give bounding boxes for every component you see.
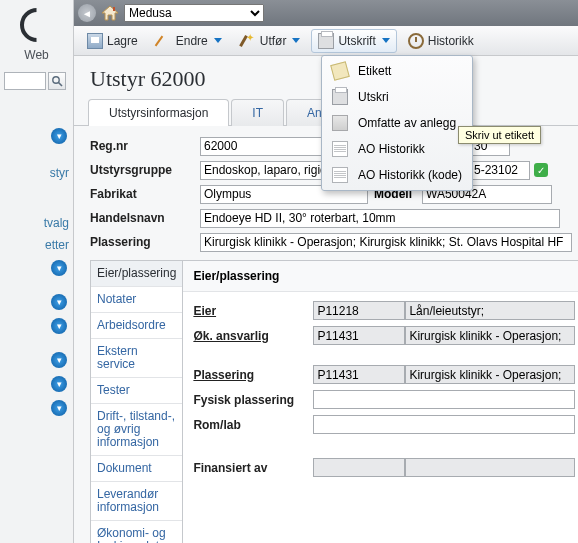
sidetab-tester[interactable]: Tester xyxy=(91,378,182,404)
input-fin-code[interactable] xyxy=(313,458,405,477)
label-finansiert: Finansiert av xyxy=(193,461,313,475)
sidebar-search xyxy=(0,70,73,92)
sidebar-search-input[interactable] xyxy=(4,72,46,90)
sidebar-cat-2[interactable]: ▾ xyxy=(0,290,73,314)
sidetab-leverandor[interactable]: Leverandør informasjon xyxy=(91,482,182,521)
sidebar-item-2[interactable]: etter xyxy=(0,234,73,256)
history-button[interactable]: Historikk xyxy=(401,29,481,53)
menu-item-utskrift[interactable]: Utskri xyxy=(324,84,470,110)
menu-item-aohist[interactable]: AO Historikk xyxy=(324,136,470,162)
chevron-down-icon: ▾ xyxy=(51,260,67,276)
input-eier-name[interactable] xyxy=(405,301,575,320)
sidebar-cat-4[interactable]: ▾ xyxy=(0,348,73,372)
input-navn[interactable] xyxy=(200,209,560,228)
chevron-down-icon xyxy=(382,38,390,43)
input-plass-name[interactable] xyxy=(405,365,575,384)
sub-pane: Eier/plassering Notater Arbeidsordre Eks… xyxy=(90,260,578,543)
edit-icon xyxy=(156,33,172,49)
sidebar-cat-5[interactable]: ▾ xyxy=(0,372,73,396)
app-brand: Web xyxy=(24,48,48,62)
sidebar-cat-1[interactable]: ▾ xyxy=(0,256,73,280)
sidebar-item-0[interactable]: styr xyxy=(0,148,73,182)
tab-utstyrsinfo[interactable]: Utstyrsinformasjon xyxy=(88,99,229,126)
owner-panel: Eier/plassering Eier Øk. ansvarlig Plass… xyxy=(182,260,578,543)
input-plass-code[interactable] xyxy=(313,365,405,384)
sidetab-dokument[interactable]: Dokument xyxy=(91,456,182,482)
owner-heading: Eier/plassering xyxy=(183,261,578,292)
sheet-icon xyxy=(332,167,348,183)
print-icon xyxy=(332,89,348,105)
site-select[interactable]: Medusa xyxy=(124,4,264,22)
print-menu: Etikett Utskri Omfatte av anlegg AO Hist… xyxy=(321,55,473,191)
chevron-down-icon: ▾ xyxy=(51,376,67,392)
sidebar-cat-3[interactable]: ▾ xyxy=(0,314,73,338)
tree-icon xyxy=(332,115,348,131)
label-gruppe: Utstyrsgruppe xyxy=(90,163,200,177)
save-button[interactable]: Lagre xyxy=(80,29,145,53)
svg-point-0 xyxy=(53,77,59,83)
input-fin-name[interactable] xyxy=(405,458,575,477)
menu-item-omfatte[interactable]: Omfatte av anlegg xyxy=(324,110,470,136)
label-plass: Plassering xyxy=(193,368,313,382)
sidebar-cat-0[interactable]: ▾ xyxy=(0,124,73,148)
side-tabs: Eier/plassering Notater Arbeidsordre Eks… xyxy=(90,260,182,543)
wand-icon xyxy=(240,33,256,49)
input-ok-name[interactable] xyxy=(405,326,575,345)
menu-item-aohist-kode[interactable]: AO Historikk (kode) xyxy=(324,162,470,188)
search-icon[interactable] xyxy=(48,72,66,90)
label-okansvarlig: Øk. ansvarlig xyxy=(193,329,313,343)
label-navn: Handelsnavn xyxy=(90,211,200,225)
sidetab-okonomi[interactable]: Økonomi- og Innkjøpsdata xyxy=(91,521,182,543)
input-eier-code[interactable] xyxy=(313,301,405,320)
tab-it[interactable]: IT xyxy=(231,99,284,126)
label-regnr: Reg.nr xyxy=(90,139,200,153)
chevron-down-icon xyxy=(214,38,222,43)
chevron-down-icon: ▾ xyxy=(51,352,67,368)
print-icon xyxy=(318,33,334,49)
sidetab-ekstern[interactable]: Ekstern service xyxy=(91,339,182,378)
sidetab-notater[interactable]: Notater xyxy=(91,287,182,313)
label-eier: Eier xyxy=(193,304,313,318)
svg-line-1 xyxy=(59,83,63,87)
label-plassering: Plassering xyxy=(90,235,200,249)
main-area: Lagre Endre Utfør Utskrift Historikk Uts… xyxy=(74,26,578,543)
label-fysisk: Fysisk plassering xyxy=(193,393,313,407)
sheet-icon xyxy=(332,141,348,157)
input-ok-code[interactable] xyxy=(313,326,405,345)
app-logo: Web xyxy=(0,0,73,70)
print-button[interactable]: Utskrift xyxy=(311,29,396,53)
svg-marker-2 xyxy=(102,6,118,20)
chevron-down-icon: ▾ xyxy=(51,400,67,416)
chevron-down-icon: ▾ xyxy=(51,318,67,334)
address-bar: ◄ Medusa xyxy=(74,0,578,26)
chevron-down-icon xyxy=(292,38,300,43)
left-sidebar: Web ▾ styr tvalg etter ▾ ▾ ▾ ▾ ▾ ▾ xyxy=(0,0,74,543)
label-fabrikat: Fabrikat xyxy=(90,187,200,201)
sidetab-eier[interactable]: Eier/plassering xyxy=(91,261,182,287)
sidebar-cat-6[interactable]: ▾ xyxy=(0,396,73,420)
input-rom[interactable] xyxy=(313,415,575,434)
home-icon[interactable] xyxy=(100,4,120,22)
run-button[interactable]: Utfør xyxy=(233,29,308,53)
save-icon xyxy=(87,33,103,49)
label-rom: Rom/lab xyxy=(193,418,313,432)
sidetab-drift[interactable]: Drift-, tilstand-, og øvrig informasjon xyxy=(91,404,182,456)
menu-item-etikett[interactable]: Etikett xyxy=(324,58,470,84)
back-button[interactable]: ◄ xyxy=(78,4,96,22)
check-icon: ✓ xyxy=(534,163,548,177)
change-button[interactable]: Endre xyxy=(149,29,229,53)
tooltip: Skriv ut etikett xyxy=(458,126,541,144)
chevron-down-icon: ▾ xyxy=(51,128,67,144)
tag-icon xyxy=(330,61,350,81)
sidetab-arbeidsordre[interactable]: Arbeidsordre xyxy=(91,313,182,339)
sidebar-item-1[interactable]: tvalg xyxy=(0,212,73,234)
input-gruppe-code[interactable] xyxy=(470,161,530,180)
chevron-down-icon: ▾ xyxy=(51,294,67,310)
input-fysisk[interactable] xyxy=(313,390,575,409)
svg-rect-3 xyxy=(113,7,115,11)
toolbar: Lagre Endre Utfør Utskrift Historikk xyxy=(74,26,578,56)
input-plassering[interactable] xyxy=(200,233,572,252)
clock-icon xyxy=(408,33,424,49)
